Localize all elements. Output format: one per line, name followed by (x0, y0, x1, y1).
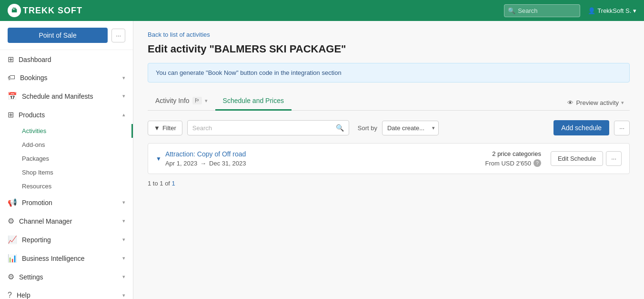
edit-schedule-button[interactable]: Edit Schedule (551, 151, 603, 166)
tab-label: Schedule and Prices (223, 97, 284, 104)
chevron-down-icon: ▾ (205, 98, 208, 104)
schedule-name[interactable]: Attraction: Copy of Off road (165, 150, 485, 158)
logo: 🏔 TREKK SOFT (8, 4, 82, 17)
tab-activity-info[interactable]: Activity Info 🏳 ▾ (148, 92, 215, 111)
filter-label: Filter (162, 124, 176, 132)
products-submenu: Activities Add-ons Packages Shop Items R… (0, 124, 133, 193)
promotion-icon: 📢 (8, 198, 17, 207)
chevron-down-icon: ▾ (122, 237, 125, 243)
pagination-text: 1 to 1 of (148, 180, 170, 187)
help-icon: ? (8, 291, 12, 299)
expand-icon[interactable]: ▼ (156, 155, 161, 162)
chevron-down-icon: ▾ (122, 199, 125, 206)
sidebar-item-products[interactable]: ⊞ Products ▴ (0, 105, 133, 124)
schedule-search-input[interactable] (192, 124, 333, 132)
tab-schedule-prices[interactable]: Schedule and Prices (215, 92, 292, 111)
chevron-down-icon: ▾ (122, 255, 125, 261)
schedule-date: Apr 1, 2023 → Dec 31, 2023 (165, 160, 485, 167)
sidebar-item-label: Settings (19, 273, 43, 281)
sidebar-item-label: Bookings (20, 74, 48, 82)
tab-flag: 🏳 (192, 97, 202, 104)
sidebar-item-promotion[interactable]: 📢 Promotion ▾ (0, 193, 133, 212)
sidebar-item-label: Help (17, 291, 30, 299)
sidebar-item-label: Channel Manager (19, 217, 72, 225)
top-nav: 🏔 TREKK SOFT 🔍 👤 TrekkSoft S. ▾ (0, 0, 644, 21)
sort-wrapper: Date create... ▾ (382, 121, 439, 135)
products-icon: ⊞ (8, 110, 14, 119)
sidebar-item-reporting[interactable]: 📈 Reporting ▾ (0, 230, 133, 249)
search-icon: 🔍 (336, 124, 344, 132)
chevron-down-icon: ▾ (122, 218, 125, 224)
pagination-info: 1 to 1 of 1 (148, 180, 630, 187)
sidebar-item-label: Business Intelligence (22, 255, 85, 262)
pagination-total[interactable]: 1 (172, 180, 175, 187)
back-link[interactable]: Back to list of activities (148, 31, 210, 38)
help-icon[interactable]: ? (533, 159, 541, 167)
chevron-down-icon: ▾ (122, 292, 125, 299)
toolbar: ▼ Filter 🔍 Sort by Date create... ▾ Add … (148, 120, 630, 135)
chevron-down-icon: ▾ (621, 100, 624, 106)
bookings-icon: 🏷 (8, 73, 15, 82)
sidebar-item-channel-manager[interactable]: ⚙ Channel Manager ▾ (0, 212, 133, 230)
submenu-item-activities[interactable]: Activities (22, 124, 133, 138)
date-to: Dec 31, 2023 (209, 160, 246, 167)
sidebar-item-label: Reporting (22, 236, 51, 244)
sidebar-item-help[interactable]: ? Help ▾ (0, 286, 133, 299)
sort-select[interactable]: Date create... (382, 121, 439, 135)
tab-label: Activity Info (155, 97, 190, 104)
pos-more-button[interactable]: ··· (111, 29, 125, 42)
schedule-price-info: 2 price categories From USD 2'650 ? (485, 150, 541, 167)
sidebar-item-label: Schedule and Manifests (22, 93, 93, 100)
pos-btn-row: Point of Sale ··· (0, 21, 133, 50)
user-label: TrekkSoft S. ▾ (597, 7, 636, 14)
sidebar-item-dashboard[interactable]: ⊞ Dashboard (0, 50, 133, 69)
user-icon: 👤 (588, 7, 595, 14)
chevron-up-icon: ▴ (122, 112, 125, 118)
date-from: Apr 1, 2023 (165, 160, 197, 167)
sidebar-item-label: Products (19, 111, 45, 119)
eye-icon: 👁 (567, 99, 574, 106)
sidebar-item-settings[interactable]: ⚙ Settings ▾ (0, 268, 133, 286)
preview-activity-button[interactable]: 👁 Preview activity ▾ (562, 95, 630, 110)
logo-text: TREKK SOFT (23, 6, 82, 16)
price-from: From USD 2'650 ? (485, 159, 541, 167)
price-categories: 2 price categories (485, 150, 541, 157)
arrow-icon: → (200, 160, 206, 167)
schedule-more-button[interactable]: ··· (606, 151, 622, 166)
submenu-item-shop-items[interactable]: Shop Items (22, 165, 133, 179)
schedule-icon: 📅 (8, 92, 17, 101)
top-search-wrapper: 🔍 (504, 4, 580, 17)
filter-button[interactable]: ▼ Filter (148, 121, 182, 135)
toolbar-more-button[interactable]: ··· (614, 121, 630, 135)
submenu-item-resources[interactable]: Resources (22, 179, 133, 193)
top-nav-right: 🔍 👤 TrekkSoft S. ▾ (504, 4, 636, 17)
sidebar: Point of Sale ··· ⊞ Dashboard 🏷 Bookings… (0, 21, 133, 299)
sidebar-item-bookings[interactable]: 🏷 Bookings ▾ (0, 69, 133, 87)
sidebar-item-business-intelligence[interactable]: 📊 Business Intelligence ▾ (0, 249, 133, 268)
submenu-item-packages[interactable]: Packages (22, 152, 133, 165)
main-content: Back to list of activities Edit activity… (133, 21, 644, 299)
top-search-input[interactable] (504, 4, 580, 17)
add-schedule-button[interactable]: Add schedule (553, 120, 609, 135)
user-menu[interactable]: 👤 TrekkSoft S. ▾ (588, 7, 636, 14)
schedule-row: ▼ Attraction: Copy of Off road Apr 1, 20… (148, 143, 630, 174)
chevron-down-icon: ▾ (122, 75, 125, 81)
sidebar-item-schedule-manifests[interactable]: 📅 Schedule and Manifests ▾ (0, 87, 133, 105)
info-banner: You can generate "Book Now" button code … (148, 63, 630, 82)
dashboard-icon: ⊞ (8, 55, 14, 64)
schedule-info: Attraction: Copy of Off road Apr 1, 2023… (165, 150, 485, 167)
pos-button[interactable]: Point of Sale (8, 28, 108, 43)
logo-icon: 🏔 (8, 4, 21, 17)
sort-label: Sort by (358, 124, 377, 132)
price-value: From USD 2'650 (485, 160, 531, 167)
settings-icon: ⚙ (8, 272, 14, 281)
preview-button-label: Preview activity (576, 99, 619, 106)
bi-icon: 📊 (8, 254, 17, 263)
channel-manager-icon: ⚙ (8, 217, 14, 226)
page-title: Edit activity "BALMERS SKI PACKAGE" (148, 43, 630, 55)
filter-icon: ▼ (154, 124, 160, 132)
chevron-down-icon: ▾ (122, 274, 125, 280)
reporting-icon: 📈 (8, 235, 17, 244)
search-field[interactable]: 🔍 (187, 120, 349, 135)
submenu-item-add-ons[interactable]: Add-ons (22, 138, 133, 152)
